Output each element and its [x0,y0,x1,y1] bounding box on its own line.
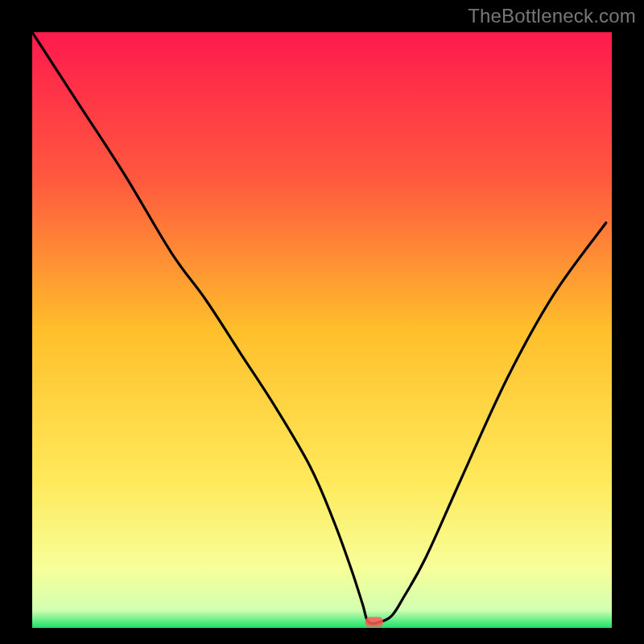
bottleneck-chart [32,32,612,628]
chart-frame: TheBottleneck.com [0,0,644,644]
chart-background [32,32,612,628]
watermark-text: TheBottleneck.com [468,5,636,27]
optimal-point-marker [365,617,383,627]
